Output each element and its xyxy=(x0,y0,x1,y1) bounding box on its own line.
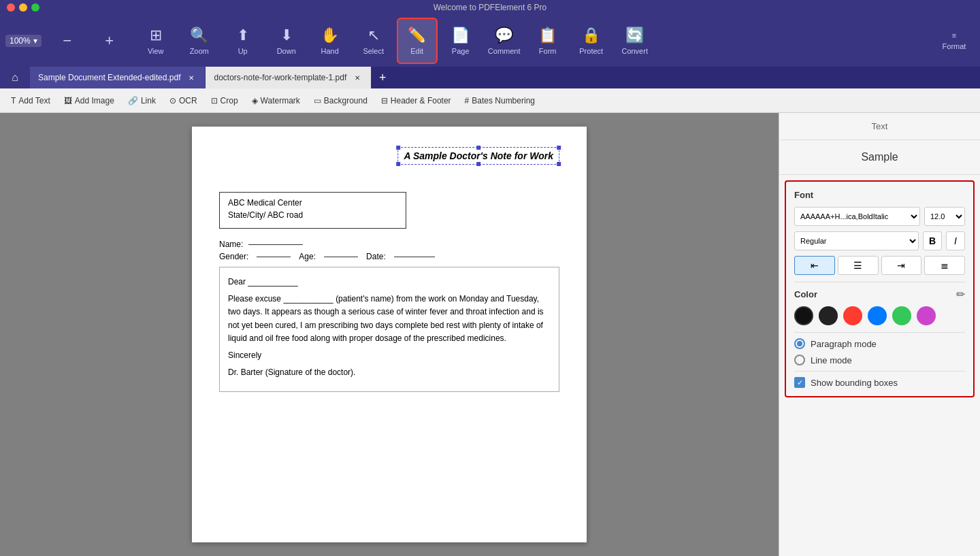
bates-numbering-button[interactable]: # Bates Numbering xyxy=(459,93,540,108)
protect-label: Protect xyxy=(579,47,603,55)
tab-2[interactable]: doctors-note-for-work-template-1.pdf ✕ xyxy=(206,67,372,88)
paragraph-mode-item[interactable]: Paragraph mode xyxy=(794,338,965,349)
close-button[interactable] xyxy=(7,3,15,12)
zoom-dropdown-icon[interactable]: ▾ xyxy=(33,36,37,46)
maximize-button[interactable] xyxy=(31,3,39,12)
tab-1[interactable]: Sample Document Extended-edited.pdf ✕ xyxy=(30,67,206,88)
select-button[interactable]: ↖ Select xyxy=(353,18,394,64)
protect-button[interactable]: 🔒 Protect xyxy=(571,18,612,64)
hand-label: Hand xyxy=(321,47,339,55)
info-line1: ABC Medical Center xyxy=(228,198,397,208)
up-button[interactable]: ⬆ Up xyxy=(223,18,263,64)
background-icon: ▭ xyxy=(314,96,321,105)
italic-button[interactable]: I xyxy=(946,231,965,250)
color-swatch-1[interactable] xyxy=(819,306,838,325)
home-tab[interactable]: ⌂ xyxy=(0,67,30,88)
format-button[interactable]: ≡ Format xyxy=(934,18,975,64)
align-center-button[interactable]: ☰ xyxy=(838,256,879,275)
zoom-control[interactable]: 100% ▾ xyxy=(5,35,42,47)
align-justify-button[interactable]: ≣ xyxy=(924,256,965,275)
pdf-area[interactable]: A Sample Doctor's Note for Work ABC Medi… xyxy=(0,113,779,556)
view-button[interactable]: ⊞ View xyxy=(135,18,176,64)
color-swatch-3[interactable] xyxy=(868,306,887,325)
form-button[interactable]: 📋 Form xyxy=(527,18,568,64)
bates-numbering-icon: # xyxy=(465,96,470,105)
font-style-select[interactable]: Regular xyxy=(794,231,919,250)
add-image-button[interactable]: 🖼 Add Image xyxy=(59,93,120,108)
edit-label: Edit xyxy=(410,47,423,55)
edit-icon: ✏️ xyxy=(408,27,426,44)
align-right-button[interactable]: ⇥ xyxy=(881,256,922,275)
select-icon: ↖ xyxy=(368,27,380,44)
color-swatch-5[interactable] xyxy=(917,306,936,325)
up-icon: ⬆ xyxy=(237,27,249,44)
show-bounding-boxes-checkbox[interactable] xyxy=(794,377,805,388)
view-icon: ⊞ xyxy=(150,27,162,44)
align-center-icon: ☰ xyxy=(853,260,862,271)
font-size-select[interactable]: 12.0 xyxy=(924,207,965,226)
add-text-button[interactable]: T Add Text xyxy=(5,93,56,108)
background-button[interactable]: ▭ Background xyxy=(308,93,373,108)
zoom-button[interactable]: 🔍 Zoom xyxy=(179,18,220,64)
link-button[interactable]: 🔗 Link xyxy=(122,93,161,108)
zoom-plus-button[interactable]: + xyxy=(89,18,130,64)
mode-section: Paragraph mode Line mode Show bounding b… xyxy=(794,338,965,388)
crop-button[interactable]: ⊡ Crop xyxy=(206,93,244,108)
add-image-label: Add Image xyxy=(75,96,114,105)
hand-button[interactable]: ✋ Hand xyxy=(310,18,350,64)
font-name-select[interactable]: AAAAAA+H...ica,BoldItalic xyxy=(794,207,920,226)
crop-icon: ⊡ xyxy=(211,96,218,105)
convert-button[interactable]: 🔄 Convert xyxy=(615,18,655,64)
show-bounding-boxes-label: Show bounding boxes xyxy=(811,378,898,388)
align-left-button[interactable]: ⇤ xyxy=(794,256,835,275)
header-footer-label: Header & Footer xyxy=(391,96,451,105)
italic-icon: I xyxy=(954,235,957,246)
divider-1 xyxy=(794,282,965,282)
color-swatch-4[interactable] xyxy=(892,306,911,325)
traffic-lights xyxy=(7,3,39,12)
font-section: Font AAAAAA+H...ica,BoldItalic 12.0 Regu… xyxy=(785,180,975,397)
tab-2-close[interactable]: ✕ xyxy=(352,72,363,83)
bold-button[interactable]: B xyxy=(923,231,942,250)
watermark-button[interactable]: ◈ Watermark xyxy=(246,93,306,108)
line-mode-item[interactable]: Line mode xyxy=(794,355,965,365)
add-tab-button[interactable]: + xyxy=(372,67,393,88)
color-swatch-2[interactable] xyxy=(843,306,862,325)
pdf-title[interactable]: A Sample Doctor's Note for Work xyxy=(397,147,559,165)
color-swatch-0[interactable] xyxy=(794,306,813,325)
header-footer-button[interactable]: ⊟ Header & Footer xyxy=(376,93,457,108)
page-button[interactable]: 📄 Page xyxy=(440,18,481,64)
line-mode-radio[interactable] xyxy=(794,355,805,365)
tab-1-close[interactable]: ✕ xyxy=(186,72,197,83)
tabbar: ⌂ Sample Document Extended-edited.pdf ✕ … xyxy=(0,67,980,88)
bates-numbering-label: Bates Numbering xyxy=(472,96,535,105)
gender-field[interactable] xyxy=(257,257,291,257)
down-button[interactable]: ⬇ Down xyxy=(266,18,307,64)
home-icon: ⌂ xyxy=(12,71,18,84)
crop-label: Crop xyxy=(220,96,238,105)
header-footer-icon: ⊟ xyxy=(381,96,388,105)
show-bounding-boxes-item[interactable]: Show bounding boxes xyxy=(794,377,965,388)
eyedropper-button[interactable]: ✏ xyxy=(956,288,965,301)
up-label: Up xyxy=(238,47,248,55)
comment-button[interactable]: 💬 Comment xyxy=(484,18,525,64)
minus-icon: − xyxy=(63,32,71,50)
ocr-icon: ⊙ xyxy=(169,96,176,105)
age-field[interactable] xyxy=(324,257,358,257)
edit-button[interactable]: ✏️ Edit xyxy=(397,18,438,64)
add-text-icon: T xyxy=(11,96,16,105)
ocr-button[interactable]: ⊙ OCR xyxy=(164,93,203,108)
name-field[interactable] xyxy=(248,244,303,245)
paragraph-mode-radio[interactable] xyxy=(794,338,805,349)
pdf-body: Dear ___________ Please excuse _________… xyxy=(219,267,559,392)
zoom-level: 100% xyxy=(10,36,31,46)
pdf-title-text: A Sample Doctor's Note for Work xyxy=(404,150,553,161)
zoom-minus-button[interactable]: − xyxy=(47,18,88,64)
format-icon: ≡ xyxy=(952,31,956,39)
align-left-icon: ⇤ xyxy=(811,260,819,271)
age-label: Age: xyxy=(299,252,316,261)
signature-text: Dr. Barter (Signature of the doctor). xyxy=(228,366,551,379)
link-icon: 🔗 xyxy=(128,96,138,105)
date-field[interactable] xyxy=(394,257,435,257)
minimize-button[interactable] xyxy=(19,3,27,12)
